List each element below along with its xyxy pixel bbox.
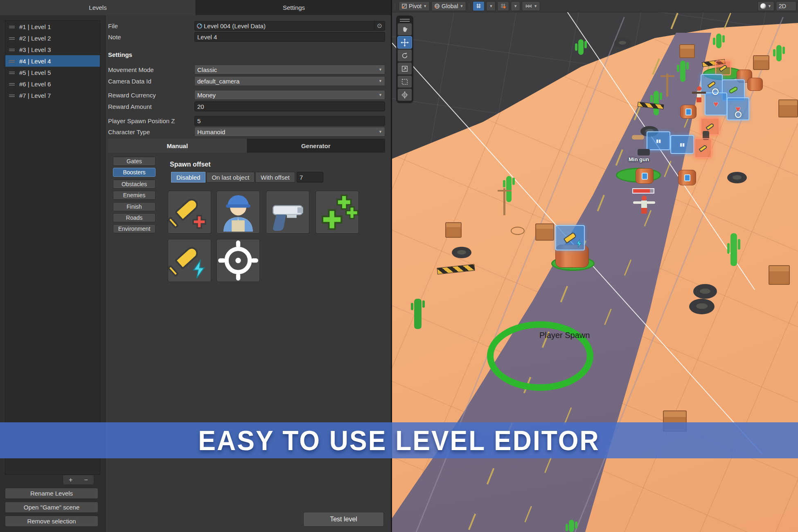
tab-settings[interactable]: Settings	[196, 0, 392, 15]
booster-gate[interactable]	[555, 225, 585, 250]
category-finish-button[interactable]: Finish	[113, 202, 156, 211]
rope-lasso[interactable]	[511, 227, 525, 235]
remove-level-button[interactable]: −	[79, 475, 94, 485]
crate-box[interactable]	[778, 99, 798, 117]
cactus[interactable]	[776, 45, 782, 61]
crate-box[interactable]	[753, 55, 769, 70]
rename-levels-button[interactable]: Rename Levels	[5, 488, 98, 499]
view-hand-tool[interactable]	[397, 23, 412, 36]
rotate-tool[interactable]	[397, 49, 412, 62]
category-enemies-button[interactable]: Enemies	[113, 191, 156, 200]
level-list-item[interactable]: #2 | Level 2	[5, 32, 100, 44]
gate-red[interactable]	[694, 138, 712, 158]
rect-tool[interactable]	[397, 75, 412, 88]
pivot-toggle-button[interactable]: Pivot ▼	[399, 1, 430, 11]
tire[interactable]	[727, 172, 747, 183]
cactus[interactable]	[578, 39, 584, 55]
reward-amount-input[interactable]	[194, 101, 385, 111]
player-spawn-z-input[interactable]	[194, 116, 385, 126]
minigun-object[interactable]	[638, 149, 650, 156]
reward-currency-dropdown[interactable]: Money▼	[194, 90, 385, 100]
overlay-drag-handle[interactable]	[400, 19, 410, 20]
tire-stack[interactable]	[693, 284, 717, 299]
tire-stack[interactable]	[689, 299, 715, 314]
category-gates-button[interactable]: Gates	[113, 157, 156, 166]
cactus[interactable]	[716, 34, 721, 48]
drag-handle-icon[interactable]	[9, 37, 15, 38]
level-list-item[interactable]: #6 | Level 6	[5, 78, 100, 90]
crate-box[interactable]	[769, 265, 790, 285]
remove-selection-button[interactable]: Remove selection	[5, 516, 98, 527]
gate-blue[interactable]: ▮▮	[670, 135, 694, 154]
category-roads-button[interactable]: Roads	[113, 213, 156, 222]
enemy-soldier[interactable]	[694, 86, 701, 102]
cactus[interactable]	[569, 520, 574, 532]
test-level-button[interactable]: Test level	[303, 512, 384, 527]
category-environment-button[interactable]: Environment	[113, 224, 156, 233]
add-level-button[interactable]: +	[63, 475, 79, 485]
drag-handle-icon[interactable]	[9, 72, 15, 72]
crate-box[interactable]	[535, 223, 554, 241]
note-input[interactable]	[194, 32, 385, 42]
telephone-pole[interactable]	[666, 74, 668, 97]
level-list-item[interactable]: #1 | Level 1	[5, 21, 100, 32]
tire[interactable]	[614, 38, 631, 48]
drag-handle-icon[interactable]	[9, 60, 15, 61]
spawn-offset-disabled-button[interactable]: Disabled	[171, 172, 205, 183]
gate-blue[interactable]: ▮▮	[647, 131, 670, 150]
cactus[interactable]	[506, 176, 512, 202]
barrel[interactable]	[636, 168, 654, 184]
level-list-item[interactable]: #7 | Level 7	[5, 90, 100, 101]
file-object-field[interactable]: Level 004 (Level Data) ⊙	[194, 21, 385, 31]
level-list-item[interactable]: #5 | Level 5	[5, 67, 100, 78]
cactus[interactable]	[730, 233, 737, 266]
tire[interactable]	[452, 247, 471, 258]
object-picker-icon[interactable]: ⊙	[374, 21, 385, 30]
palette-bullet-plus-tile[interactable]	[168, 191, 211, 234]
toggle-2d-button[interactable]: 2D	[776, 1, 796, 11]
grid-visibility-dropdown[interactable]: ▼	[511, 1, 520, 11]
character-type-dropdown[interactable]: Humanoid▼	[194, 127, 385, 137]
gate-blue[interactable]: ♥	[705, 92, 727, 115]
palette-bullet-lightning-tile[interactable]	[168, 239, 211, 282]
enemy-tpose[interactable]	[633, 196, 655, 216]
global-toggle-button[interactable]: Global ▼	[431, 1, 466, 11]
crate-box[interactable]	[445, 222, 462, 238]
drag-handle-icon[interactable]	[9, 26, 15, 27]
barrel[interactable]	[747, 78, 763, 91]
shading-mode-button[interactable]: ▼	[757, 1, 774, 11]
tab-levels[interactable]: Levels	[0, 0, 196, 15]
increment-snap-button[interactable]: ▼	[522, 1, 540, 11]
grid-snapping-dropdown[interactable]: ▼	[486, 1, 496, 11]
tab-manual[interactable]: Manual	[108, 139, 247, 153]
barrel[interactable]	[680, 105, 697, 119]
transform-tool[interactable]	[397, 88, 412, 101]
grid-snapping-toggle[interactable]	[473, 1, 485, 11]
tab-generator[interactable]: Generator	[247, 139, 385, 153]
drag-handle-icon[interactable]	[9, 49, 15, 50]
spawn-offset-with-offset-button[interactable]: With offset	[255, 172, 295, 183]
palette-soldier-tile[interactable]	[216, 191, 260, 234]
level-list-item-selected[interactable]: #4 | Level 4	[5, 55, 100, 67]
spawn-offset-on-last-object-button[interactable]: On last object	[206, 172, 255, 183]
category-obstacles-button[interactable]: Obstacles	[113, 180, 156, 189]
camera-data-id-dropdown[interactable]: default_camera▼	[194, 76, 385, 86]
drag-handle-icon[interactable]	[9, 95, 15, 95]
crate-box[interactable]	[679, 44, 695, 58]
palette-crosshair-tile[interactable]	[216, 239, 260, 282]
cactus[interactable]	[680, 61, 685, 82]
scale-tool[interactable]	[397, 62, 412, 75]
barrel[interactable]	[678, 170, 696, 185]
toolbar-drag-handle[interactable]	[395, 3, 396, 9]
spawn-offset-value-input[interactable]	[297, 172, 323, 183]
move-tool[interactable]	[397, 36, 412, 49]
movement-mode-dropdown[interactable]: Classic▼	[194, 65, 385, 74]
gate-red[interactable]	[715, 61, 731, 75]
drag-handle-icon[interactable]	[9, 83, 15, 84]
cactus[interactable]	[414, 299, 422, 329]
palette-health-crosses-tile[interactable]	[316, 191, 359, 234]
level-list-item[interactable]: #3 | Level 3	[5, 44, 100, 55]
dog[interactable]	[632, 135, 644, 140]
palette-pistol-tile[interactable]	[266, 191, 309, 234]
telephone-pole[interactable]	[503, 188, 505, 215]
